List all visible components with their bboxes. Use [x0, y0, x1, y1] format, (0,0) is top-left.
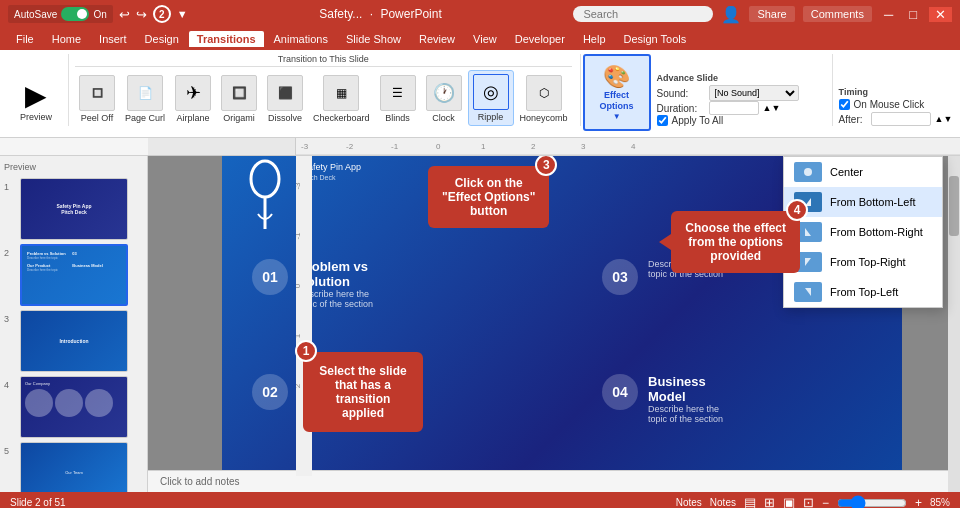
- honeycomb-icon: ⬡: [526, 75, 562, 111]
- notes-button[interactable]: Notes: [676, 497, 702, 508]
- svg-text:-3: -3: [301, 142, 309, 151]
- slide-image-3[interactable]: Introduction: [20, 310, 128, 372]
- menu-slideshow[interactable]: Slide Show: [338, 31, 409, 47]
- autosave-toggle[interactable]: [61, 7, 89, 21]
- zoom-out-icon[interactable]: −: [822, 496, 829, 508]
- menu-design[interactable]: Design: [137, 31, 187, 47]
- airplane-btn[interactable]: ✈ Airplane: [171, 72, 215, 126]
- preview-label-panel: Preview: [4, 160, 143, 174]
- menu-insert[interactable]: Insert: [91, 31, 135, 47]
- user-icon[interactable]: 👤: [721, 5, 741, 24]
- callout-num-4: 4: [786, 199, 808, 221]
- callout-text-4: Choose the effectfrom the optionsprovide…: [671, 211, 800, 273]
- maximize-button[interactable]: □: [905, 7, 921, 22]
- page-curl-btn[interactable]: 📄 Page Curl: [121, 72, 169, 126]
- callout-num-1: 1: [295, 340, 317, 362]
- view-grid-icon[interactable]: ⊞: [764, 495, 775, 508]
- slide-image-5[interactable]: Our Team: [20, 442, 128, 492]
- svg-point-16: [251, 161, 279, 197]
- share-button[interactable]: Share: [749, 6, 794, 22]
- after-label: After:: [839, 114, 867, 125]
- apply-all-checkbox[interactable]: [657, 115, 668, 126]
- menu-help[interactable]: Help: [575, 31, 614, 47]
- menu-developer[interactable]: Developer: [507, 31, 573, 47]
- origami-btn[interactable]: 🔲 Origami: [217, 72, 261, 126]
- dropdown-item-bottom-right[interactable]: From Bottom-Right: [784, 217, 942, 247]
- menu-review[interactable]: Review: [411, 31, 463, 47]
- callout-1-container: 1 Select the slide that has a transition…: [303, 352, 423, 432]
- slide-thumb-1[interactable]: 1 Safety Pin AppPitch Deck: [4, 178, 143, 240]
- blinds-btn[interactable]: ☰ Blinds: [376, 72, 420, 126]
- slide-image-4[interactable]: Our Company: [20, 376, 128, 438]
- after-arrows[interactable]: ▲▼: [935, 114, 953, 124]
- dissolve-btn[interactable]: ⬛ Dissolve: [263, 72, 307, 126]
- zoom-slider[interactable]: [837, 498, 907, 508]
- honeycomb-btn[interactable]: ⬡ Honeycomb: [516, 72, 572, 126]
- view-reading-icon[interactable]: ▣: [783, 495, 795, 508]
- duration-arrows[interactable]: ▲▼: [763, 103, 781, 113]
- menu-designtools[interactable]: Design Tools: [616, 31, 695, 47]
- top-left-label: From Top-Left: [830, 286, 898, 298]
- duration-input[interactable]: 01.50: [709, 101, 759, 115]
- dropdown-item-center[interactable]: Center: [784, 157, 942, 187]
- zoom-in-icon[interactable]: +: [915, 496, 922, 508]
- editing-area: -3 -1 0 1 2 Safety Pin AppPitch Deck ont…: [148, 156, 960, 492]
- airplane-icon: ✈: [175, 75, 211, 111]
- undo-icon[interactable]: ↩: [119, 7, 130, 22]
- after-input[interactable]: 00:00.00: [871, 112, 931, 126]
- search-input[interactable]: [573, 6, 713, 22]
- ruler: -3 -2 -1 0 1 2 3 4: [296, 138, 960, 155]
- svg-text:4: 4: [631, 142, 636, 151]
- peel-off-btn[interactable]: 🔲 Peel Off: [75, 72, 119, 126]
- autosave-area[interactable]: AutoSave On: [8, 5, 113, 23]
- section-04: 04 BusinessModel Describe here thetopic …: [602, 374, 723, 424]
- ripple-icon: ◎: [473, 74, 509, 110]
- checkerboard-btn[interactable]: ▦ Checkerboard: [309, 72, 374, 126]
- scrollbar-thumb-vertical[interactable]: [949, 176, 959, 236]
- bottom-left-label: From Bottom-Left: [830, 196, 916, 208]
- minimize-button[interactable]: ─: [880, 7, 897, 22]
- menu-view[interactable]: View: [465, 31, 505, 47]
- close-button[interactable]: ✕: [929, 7, 952, 22]
- sound-select[interactable]: [No Sound]: [709, 85, 799, 101]
- slide-thumb-3[interactable]: 3 Introduction: [4, 310, 143, 372]
- slide-thumb-5[interactable]: 5 Our Team: [4, 442, 143, 492]
- status-bar: Slide 2 of 51 Notes Notes ▤ ⊞ ▣ ⊡ − + 85…: [0, 492, 960, 508]
- view-slideshow-icon[interactable]: ⊡: [803, 495, 814, 508]
- comments-button[interactable]: Comments: [803, 6, 872, 22]
- on-mouse-click-checkbox[interactable]: [839, 99, 850, 110]
- slide-thumb-2[interactable]: 2 Problem vs SolutionDescribe here the t…: [4, 244, 143, 306]
- slide-image-1[interactable]: Safety Pin AppPitch Deck: [20, 178, 128, 240]
- section-01: 01 Problem vsSolution Describe here thet…: [252, 259, 373, 309]
- slide-image-2[interactable]: Problem vs SolutionDescribe here the top…: [20, 244, 128, 306]
- dropdown-item-top-right[interactable]: From Top-Right: [784, 247, 942, 277]
- title-bar-right: 👤 Share Comments ─ □ ✕: [573, 5, 952, 24]
- view-normal-icon[interactable]: ▤: [744, 495, 756, 508]
- notes-label-text: Notes: [710, 497, 736, 508]
- ripple-btn[interactable]: ◎ Ripple: [468, 70, 514, 126]
- effect-options-button[interactable]: 🎨 EffectOptions ▼: [593, 60, 641, 125]
- menu-file[interactable]: File: [8, 31, 42, 47]
- menu-transitions[interactable]: Transitions: [189, 31, 264, 47]
- redo-icon[interactable]: ↪: [136, 7, 147, 22]
- status-right: Notes Notes ▤ ⊞ ▣ ⊡ − + 85%: [676, 495, 950, 508]
- clock-btn[interactable]: 🕐 Clock: [422, 72, 466, 126]
- more-icon[interactable]: ▼: [177, 8, 188, 20]
- preview-button[interactable]: ▶ Preview: [12, 78, 60, 126]
- file-name: Safety... · PowerPoint: [319, 7, 442, 21]
- menu-home[interactable]: Home: [44, 31, 89, 47]
- section-04-circle: 04: [602, 374, 638, 410]
- sound-label: Sound:: [657, 88, 705, 99]
- autosave-label: AutoSave: [14, 9, 57, 20]
- slide-thumb-4[interactable]: 4 Our Company: [4, 376, 143, 438]
- zoom-value[interactable]: 85%: [930, 497, 950, 508]
- svg-text:3: 3: [581, 142, 586, 151]
- menu-animations[interactable]: Animations: [266, 31, 336, 47]
- slide-num-4: 4: [4, 376, 16, 390]
- notes-bar[interactable]: Click to add notes: [148, 470, 948, 492]
- dropdown-item-top-left[interactable]: From Top-Left: [784, 277, 942, 307]
- vertical-scrollbar[interactable]: [948, 156, 960, 470]
- ribbon-group-preview: ▶ Preview: [8, 54, 69, 126]
- svg-text:2: 2: [296, 383, 302, 388]
- slide-panel: Preview 1 Safety Pin AppPitch Deck 2 Pro…: [0, 156, 148, 492]
